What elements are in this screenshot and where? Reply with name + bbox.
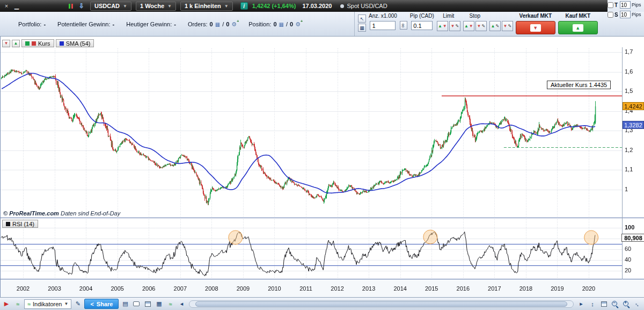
buy-marker-icon[interactable]: ▲ — [12, 40, 20, 47]
position-settings-icon[interactable]: ⚙+ — [295, 21, 301, 28]
sell-marker-icon[interactable]: ▼ — [2, 40, 10, 47]
autoscale-icon[interactable]: ↕ — [588, 299, 597, 309]
info-icon[interactable]: i — [240, 2, 248, 10]
units-label: 1 k Einheiten — [185, 3, 221, 9]
buy-market-button[interactable]: ▲ — [558, 21, 598, 34]
price-legend-label: Kurs — [38, 40, 50, 47]
share-label: Share — [97, 301, 113, 307]
limit-sell-button[interactable]: ▼✎ — [449, 21, 460, 31]
orders-settings-icon[interactable]: ⚙+ — [231, 21, 237, 28]
instrument-dropdown[interactable]: USDCAD ▼ — [90, 2, 131, 11]
comment-icon[interactable] — [131, 299, 141, 309]
potential-gain-field: Potentieller Gewinn:- — [57, 21, 114, 27]
today-gain-field: Heutiger Gewinn:- — [126, 21, 176, 27]
limit-group: Limit ▲▼ ▼✎ — [437, 13, 460, 31]
stop-sell-button[interactable]: ▼✎ — [475, 21, 487, 31]
chart-region: ▼ ▲ Kurs SMA (54) RSI (14) © ProRealTime… — [0, 37, 644, 297]
trailing-stop-checkbox[interactable] — [608, 2, 613, 8]
chevron-down-icon: ▼ — [167, 4, 172, 9]
zoom-out-button[interactable]: − — [610, 299, 620, 309]
calendar-icon[interactable] — [143, 299, 152, 309]
chart-scrollbar[interactable] — [189, 300, 574, 308]
sma-legend[interactable]: SMA (54) — [56, 39, 94, 47]
copyright-note: © ProRealTime.com Daten sind End-of-Day — [3, 210, 120, 217]
scroll-right-button[interactable]: ▸ — [576, 299, 586, 309]
pips-label: Pips — [632, 2, 641, 8]
order-grid-icon[interactable]: ▦ — [358, 24, 366, 32]
sma-legend-label: SMA (54) — [66, 40, 91, 47]
orders-list-icon[interactable]: ▦ — [215, 21, 220, 27]
quantity-group: Anz. x1.000 — [369, 13, 397, 30]
draw-tool-icon[interactable]: ✎ — [73, 299, 83, 309]
pips-label: Pips — [632, 12, 641, 17]
order-down-button[interactable]: ▼✎ — [502, 21, 513, 31]
share-button[interactable]: < Share — [84, 299, 119, 309]
order-up-button[interactable]: ▲✎ — [489, 21, 501, 31]
timeframe-dropdown[interactable]: 1 Woche ▼ — [136, 2, 176, 11]
orders-field: Orders:0 ▦ /0 ⚙+ — [188, 21, 237, 28]
position-list-icon[interactable]: ▦ — [279, 21, 284, 27]
new-chart-icon[interactable]: ≈ — [165, 299, 175, 309]
data-connection-icon[interactable]: ⇩ — [77, 2, 86, 10]
fullscreen-button[interactable]: ↔ — [633, 299, 642, 309]
stop-loss-checkbox[interactable] — [608, 12, 613, 18]
quantity-input[interactable] — [370, 21, 396, 30]
units-dropdown[interactable]: 1 k Einheiten ▼ — [180, 2, 233, 11]
export-icon[interactable]: ▦ — [154, 299, 164, 309]
link-icon[interactable]: ∞ — [400, 21, 407, 30]
limit-buy-button[interactable]: ▲▼ — [437, 21, 448, 31]
prt-logo-icon[interactable]: ▶ — [2, 299, 11, 309]
trading-toolbar: Portfolio:- Potentieller Gewinn:- Heutig… — [0, 12, 644, 37]
order-template-group: ▲✎ ▼✎ — [489, 13, 513, 31]
price-legend[interactable]: Kurs — [21, 39, 54, 47]
indicators-label: Indikatoren — [33, 301, 62, 307]
stop-group: Stop ▲▼ ▼✎ — [463, 13, 487, 31]
stop-buy-button[interactable]: ▲▼ — [463, 21, 474, 31]
feed-status-icon — [340, 4, 344, 8]
price-tooltip: Aktueller Kurs 1.4435 — [547, 81, 611, 89]
rsi-color-swatch — [6, 222, 10, 226]
down-color-swatch — [32, 41, 36, 46]
pip-label: Pip (CAD) — [410, 13, 434, 19]
zoom-in-button[interactable]: + — [621, 299, 631, 309]
pip-input[interactable] — [411, 21, 433, 30]
chart-canvas[interactable] — [1, 37, 644, 297]
quote-date: 17.03.2020 — [302, 3, 332, 9]
timeframe-label: 1 Woche — [140, 3, 164, 9]
minimize-icon[interactable]: ▁ — [13, 3, 20, 10]
date-range-icon[interactable] — [599, 299, 609, 309]
stop-row: S Pips — [608, 11, 643, 18]
scroll-left-button[interactable]: ◂ — [177, 299, 186, 309]
order-entry-panel: ↖ ▦ Anz. x1.000 ∞ Pip (CAD) Limit ▲▼ ▼✎ … — [354, 12, 598, 36]
limit-label: Limit — [443, 13, 454, 19]
last-price-badge: 1,4242 — [623, 102, 644, 110]
buy-arrow-icon: ▲ — [573, 24, 583, 32]
bottom-toolbar: ▶ ≈ ≈ Indikatoren ▼ ✎ < Share ▤ ▦ ≈ ◂ ▸ … — [0, 297, 644, 310]
chevron-down-icon: ▼ — [64, 301, 68, 306]
trailing-pips-input[interactable] — [620, 1, 631, 9]
rsi-legend[interactable]: RSI (14) — [2, 220, 38, 228]
sell-arrow-icon: ▼ — [530, 24, 541, 32]
pointer-tool-icon[interactable]: ↖ — [358, 15, 366, 23]
stop-label: Stop — [470, 13, 481, 19]
share-icon: < — [90, 301, 93, 307]
indicators-dropdown[interactable]: ≈ Indikatoren ▼ — [24, 299, 71, 309]
change-percent-text: (+1,64%) — [272, 3, 296, 9]
trailing-label: T — [614, 2, 619, 8]
sell-market-label: Verkauf MKT — [519, 13, 552, 19]
sell-market-group: Verkauf MKT ▼ — [516, 13, 555, 34]
title-bar: × ▁ ⇩ USDCAD ▼ 1 Woche ▼ 1 k Einheiten ▼… — [0, 0, 608, 12]
stop-label-letter: S — [614, 12, 619, 18]
scrollbar-thumb[interactable] — [195, 301, 567, 307]
trailing-stop-panel: T Pips S Pips — [608, 1, 643, 18]
chart-window-icon[interactable]: ▤ — [120, 299, 130, 309]
feed-label: Spot USD/CAD — [347, 3, 387, 9]
close-icon[interactable]: × — [3, 3, 10, 9]
last-price-text: 1,4242 — [252, 3, 270, 9]
indicator-icon: ≈ — [27, 301, 31, 307]
last-price-change: 1,4242 (+1,64%) — [252, 3, 296, 9]
chart-type-icon[interactable]: ≈ — [13, 299, 23, 309]
stop-pips-input[interactable] — [620, 11, 631, 18]
candlestick-style-icon[interactable] — [67, 2, 75, 10]
sell-market-button[interactable]: ▼ — [516, 21, 555, 34]
